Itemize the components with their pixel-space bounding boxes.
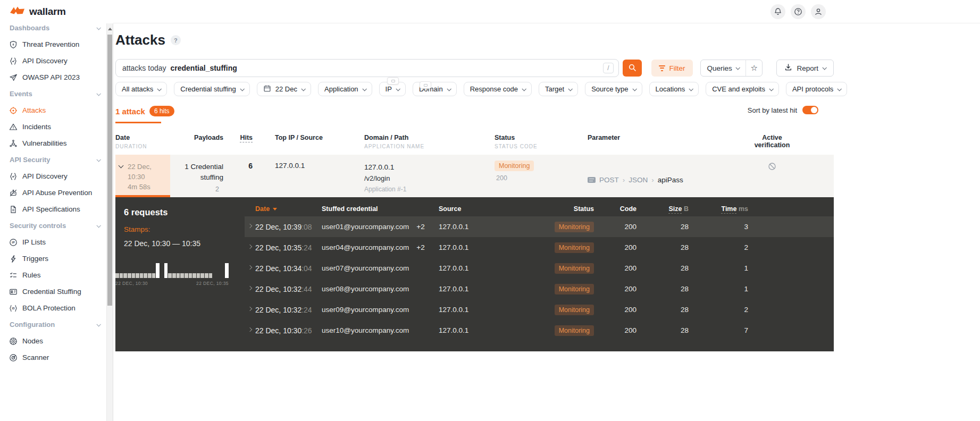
attack-detail-panel: 6 requests Stamps: 22 Dec, 10:30 — 10:35… [115,197,834,351]
app-root: wallarm Dashboards Threat Prevention API… [0,0,980,421]
scrollbar-up-arrow[interactable] [108,28,112,30]
histogram-bar [128,273,131,278]
chevron-down-icon [301,87,305,91]
document-icon [9,205,18,214]
sidebar-item-incidents[interactable]: Incidents [0,119,106,135]
filter-chip-all-attacks[interactable]: All attacks [115,82,167,96]
request-row[interactable]: 22 Dec, 10:30:26 user10@yourcompany.com … [245,320,834,341]
attack-path[interactable]: /v2/login [364,173,488,184]
col-header-top-ip[interactable]: Top IP / Source [275,134,357,141]
col-header-status[interactable]: Status [495,134,581,141]
sidebar-item-api-specifications[interactable]: API Specifications [0,201,106,217]
sidebar-item-rules[interactable]: Rules [0,267,106,283]
col-header-hits[interactable]: Hits [240,134,253,142]
filter-chip-cve-and-exploits[interactable]: CVE and exploits [706,82,779,96]
sidebar-section-events[interactable]: Events [0,86,106,102]
col-header-date[interactable]: Date [115,134,170,141]
filter-chip-locations[interactable]: Locations [649,82,699,96]
filter-chip-target[interactable]: Target [539,82,578,96]
sidebar-item-bola-protection[interactable]: ID BOLA Protection [0,300,106,316]
attack-status-cell: Monitoring 200 [488,155,581,197]
results-bar: 1 attack 6 hits Sort by latest hit [115,106,834,123]
account-icon[interactable] [811,4,826,19]
chevron-down-icon [396,87,400,91]
request-row[interactable]: 22 Dec, 10:34:04 user07@yourcompany.com … [245,258,834,279]
page-help-icon[interactable]: ? [171,35,181,45]
col-header-parameter[interactable]: Parameter [588,134,746,141]
search-input[interactable]: attacks today credential_stuffing / [115,59,619,77]
col-header-payloads[interactable]: Payloads [170,134,223,141]
attack-top-ip[interactable]: 127.0.0.1 [255,155,357,197]
req-col-size[interactable]: Size B [651,205,699,213]
filter-chip-application[interactable]: Application [318,82,372,96]
chip-action-pill[interactable] [420,81,431,89]
stamps-label[interactable]: Stamps: [124,225,245,233]
sidebar-item-triggers[interactable]: Triggers [0,250,106,267]
chevron-down-icon [769,87,773,91]
chip-action-pill[interactable] [387,77,399,85]
req-col-time[interactable]: Time ms [699,205,759,213]
filter-chip-credential-stuffing[interactable]: Credential stuffing [174,82,250,96]
target-icon [9,106,18,115]
sidebar-section-security-controls[interactable]: Security controls [0,217,106,234]
robot-crossed-icon [9,188,18,197]
chevron-right-icon[interactable] [248,265,252,270]
tab-attacks[interactable]: 1 attack 6 hits [115,106,174,123]
filter-chip-api-protocols[interactable]: API protocols [786,82,847,96]
search-button[interactable] [623,60,642,77]
content-scrollbar[interactable] [106,23,113,421]
request-row[interactable]: 22 Dec, 10:35:24 user04@yourcompany.com+… [245,237,834,258]
sort-toggle[interactable] [802,106,818,114]
histogram-bar [164,263,168,278]
filter-chip-22-dec[interactable]: 22 Dec [257,82,311,96]
sidebar-item-api-abuse-prevention[interactable]: API Abuse Prevention [0,184,106,201]
request-row[interactable]: 22 Dec, 10:32:24 user09@yourcompany.com … [245,299,834,320]
queries-group: Queries ☆ [700,60,763,77]
sidebar-item-vulnerabilities[interactable]: Vulnerabilities [0,135,106,151]
scrollbar-thumb[interactable] [107,35,112,306]
sidebar-section-api-security[interactable]: API Security [0,151,106,168]
notifications-bell-icon[interactable] [770,4,785,19]
param-name: apiPass [658,176,683,184]
filter-chip-source-type[interactable]: Source type [585,82,642,96]
topbar [113,0,980,23]
filter-button[interactable]: Filter [651,60,693,77]
report-button[interactable]: Report [776,60,834,77]
sidebar-item-api-discovery[interactable]: API Discovery [0,168,106,184]
wallarm-logo[interactable]: wallarm [0,0,106,23]
banned-circle-icon[interactable] [768,163,776,172]
attack-hits: 6 [230,155,255,197]
attack-row[interactable]: 22 Dec, 10:30 4m 58s 1 Credential stuffi… [115,155,834,197]
filter-chip-response-code[interactable]: Response code [464,82,532,96]
sidebar-item-owasp-api-2023[interactable]: OWASP API 2023 [0,69,106,86]
sidebar-item-scanner[interactable]: Scanner [0,349,106,366]
sidebar-item-nodes[interactable]: Nodes [0,333,106,349]
req-col-date[interactable]: Date [245,205,322,213]
chevron-right-icon[interactable] [248,307,252,311]
queries-button[interactable]: Queries [701,60,746,76]
sidebar-item-credential-stuffing[interactable]: Credential Stuffing [0,283,106,300]
attack-date-cell[interactable]: 22 Dec, 10:30 4m 58s [115,155,170,197]
request-row[interactable]: 22 Dec, 10:39:08 user01@yourcompany.com+… [245,216,834,237]
chevron-right-icon[interactable] [248,245,252,249]
chevron-right-icon[interactable] [248,224,252,228]
chevron-right-icon[interactable] [248,327,252,332]
rules-checklist-icon [9,271,18,280]
sidebar-item-api-discovery[interactable]: API Discovery [0,53,106,69]
help-icon[interactable] [791,4,806,19]
sidebar-section-configuration[interactable]: Configuration [0,316,106,333]
sidebar-item-attacks[interactable]: Attacks [0,102,106,119]
favorite-star-button[interactable]: ☆ [746,60,763,76]
histogram-bar [192,273,196,278]
paper-plane-icon [9,73,18,82]
chevron-right-icon[interactable] [248,286,252,290]
col-header-domain-path[interactable]: Domain / Path [364,134,488,141]
histogram-bar [185,273,188,278]
scanner-radar-icon [9,353,18,362]
requests-count: 6 requests [124,207,245,217]
sidebar-item-threat-prevention[interactable]: Threat Prevention [0,36,106,53]
attack-domain[interactable]: 127.0.0.1 [364,162,488,173]
chevron-expanded-icon[interactable] [119,163,124,169]
sidebar-item-ip-lists[interactable]: IP IP Lists [0,234,106,250]
request-row[interactable]: 22 Dec, 10:32:44 user08@yourcompany.com … [245,279,834,299]
